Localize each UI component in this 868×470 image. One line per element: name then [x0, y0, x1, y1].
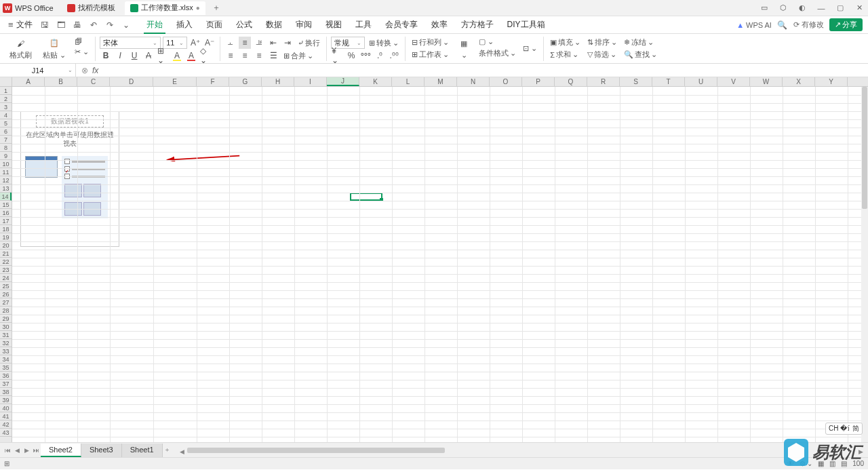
file-menu[interactable]: 文件	[16, 19, 33, 31]
wrap-button[interactable]: ⤶ 换行	[296, 37, 322, 49]
sheet-tab[interactable]: Sheet1	[122, 444, 163, 457]
strike-button[interactable]: A	[142, 50, 155, 62]
row-header[interactable]: 20	[0, 241, 12, 250]
col-header[interactable]: K	[359, 77, 392, 86]
cube-icon[interactable]: ⬡	[777, 2, 789, 14]
indent-right-button[interactable]: ⇥	[281, 37, 294, 49]
ime-badge[interactable]: CH �ⳕ 简	[825, 423, 863, 435]
search-icon[interactable]: 🔍	[777, 20, 788, 31]
row-header[interactable]: 29	[0, 315, 12, 323]
tab-workbook[interactable]: 工作簿数量.xlsx ●	[125, 1, 205, 15]
row-header[interactable]: 21	[0, 250, 12, 258]
row-header[interactable]: 25	[0, 282, 12, 290]
fill-button[interactable]: ▣ 填充 ⌄	[548, 37, 583, 48]
border-button[interactable]: ⊞ ⌄	[157, 50, 169, 62]
col-header[interactable]: C	[77, 77, 110, 86]
row-header[interactable]: 12	[0, 176, 12, 184]
row-header[interactable]: 42	[0, 420, 12, 429]
hamburger-icon[interactable]: ≡	[5, 20, 16, 30]
paste-button[interactable]: 📋粘贴 ⌄	[39, 36, 70, 62]
col-header[interactable]: V	[717, 77, 750, 86]
print-icon[interactable]: 🖶	[72, 20, 83, 31]
font-color-button[interactable]: A	[185, 50, 197, 62]
cond-format-button[interactable]: 条件格式 ⌄	[477, 47, 518, 59]
align-bottom-button[interactable]: ⫡	[253, 37, 265, 49]
row-header[interactable]: 19	[0, 233, 12, 241]
menu-tab-5[interactable]: 审阅	[289, 16, 319, 33]
menu-tab-3[interactable]: 公式	[229, 16, 259, 33]
first-sheet-button[interactable]: ⏮	[3, 446, 12, 455]
currency-button[interactable]: ¥ ⌄	[331, 50, 343, 62]
name-box[interactable]: J14⌄	[0, 64, 76, 77]
row-header[interactable]: 35	[0, 364, 12, 372]
row-header[interactable]: 36	[0, 372, 12, 380]
menu-tab-2[interactable]: 页面	[199, 16, 229, 33]
changes-indicator[interactable]: ⟳ 有修改	[793, 20, 824, 30]
cells[interactable]: 数据透视表1 在此区域内单击可使用数据透视表	[12, 87, 868, 442]
col-header[interactable]: I	[294, 77, 327, 86]
row-header[interactable]: 31	[0, 331, 12, 339]
sheet-tab[interactable]: Sheet3	[81, 444, 122, 457]
menu-tab-0[interactable]: 开始	[140, 16, 170, 33]
row-header[interactable]: 6	[0, 128, 12, 136]
row-header[interactable]: 5	[0, 119, 12, 128]
col-header[interactable]: S	[620, 77, 652, 86]
sheet-tab[interactable]: Sheet2	[41, 444, 81, 457]
row-header[interactable]: 15	[0, 201, 12, 209]
col-header[interactable]: Q	[555, 77, 587, 86]
row-header[interactable]: 37	[0, 380, 12, 388]
row-header[interactable]: 34	[0, 355, 12, 364]
prev-sheet-button[interactable]: ◀	[12, 446, 22, 455]
row-header[interactable]: 33	[0, 347, 12, 355]
percent-button[interactable]: %	[345, 50, 357, 62]
col-header[interactable]: F	[197, 77, 229, 86]
col-header[interactable]: B	[45, 77, 77, 86]
bold-button[interactable]: B	[100, 50, 112, 62]
layout-icon[interactable]: ▭	[758, 2, 770, 14]
row-header[interactable]: 38	[0, 388, 12, 396]
row-header[interactable]: 43	[0, 429, 12, 437]
add-sheet-button[interactable]: ＋	[163, 446, 172, 455]
row-header[interactable]: 23	[0, 266, 12, 274]
row-header[interactable]: 24	[0, 274, 12, 282]
table-style-button[interactable]: ▦⌄	[454, 37, 474, 61]
align-left-button[interactable]: ≡	[224, 50, 237, 62]
row-header[interactable]: 4	[0, 111, 12, 119]
col-header[interactable]: A	[12, 77, 45, 86]
col-header[interactable]: M	[425, 77, 457, 86]
row-header[interactable]: 41	[0, 412, 12, 420]
convert-button[interactable]: ⊞ 转换 ⌄	[367, 37, 401, 49]
col-header[interactable]: L	[392, 77, 425, 86]
menu-tab-1[interactable]: 插入	[170, 16, 199, 33]
menu-tab-7[interactable]: 工具	[349, 16, 378, 33]
row-header[interactable]: 11	[0, 168, 12, 176]
row-header[interactable]: 30	[0, 323, 12, 331]
undo-icon[interactable]: ↶	[88, 20, 99, 31]
justify-button[interactable]: ☰	[267, 50, 279, 62]
row-header[interactable]: 9	[0, 152, 12, 160]
col-header[interactable]: P	[522, 77, 555, 86]
print-preview-icon[interactable]: 🗔	[56, 20, 66, 31]
last-sheet-button[interactable]: ⏭	[31, 446, 41, 455]
highlight-button[interactable]: A	[171, 50, 183, 62]
border-style-button[interactable]: ⊡ ⌄	[521, 43, 539, 54]
fx-icon[interactable]: fx	[92, 66, 98, 75]
row-header[interactable]: 28	[0, 307, 12, 315]
row-header[interactable]: 26	[0, 290, 12, 298]
menu-tab-4[interactable]: 数据	[259, 16, 289, 33]
row-header[interactable]: 10	[0, 160, 12, 168]
align-middle-button[interactable]: ≡	[239, 37, 251, 49]
tab-template[interactable]: 找稻壳模板	[62, 1, 121, 15]
select-all-corner[interactable]	[0, 77, 12, 86]
col-header[interactable]: U	[685, 77, 717, 86]
filter-button[interactable]: ▽ 筛选 ⌄	[585, 49, 619, 60]
menu-tab-11[interactable]: DIY工具箱	[500, 16, 552, 33]
cell-style-button[interactable]: ▢ ⌄	[477, 37, 518, 47]
col-header[interactable]: T	[652, 77, 685, 86]
row-header[interactable]: 14	[0, 193, 12, 201]
col-header[interactable]: H	[262, 77, 294, 86]
find-button[interactable]: 🔍 查找 ⌄	[622, 49, 659, 60]
row-header[interactable]: 27	[0, 298, 12, 307]
col-header[interactable]: X	[783, 77, 815, 86]
col-header[interactable]: G	[229, 77, 262, 86]
